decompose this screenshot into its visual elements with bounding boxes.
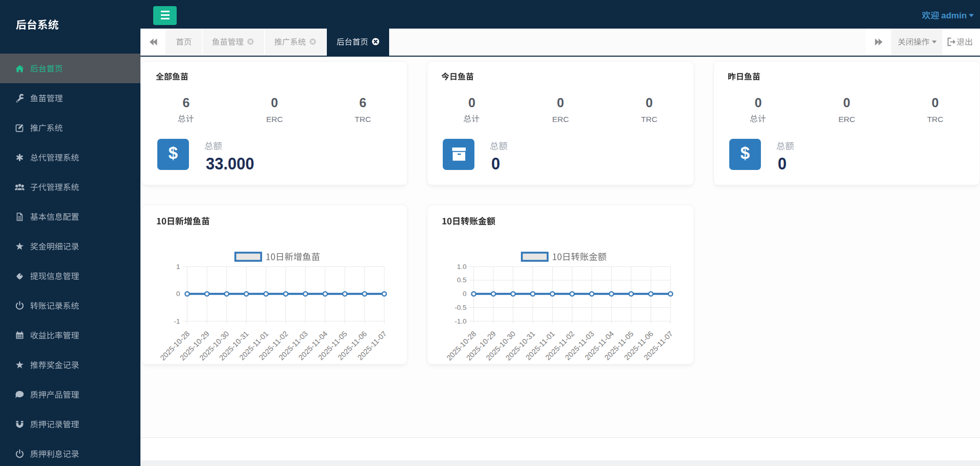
svg-text:0.5: 0.5 [457,276,467,284]
svg-text:1: 1 [176,263,180,271]
svg-text:1.0: 1.0 [457,263,467,271]
svg-text:-1.0: -1.0 [455,317,466,325]
svg-text:0: 0 [176,290,180,298]
svg-text:0: 0 [463,290,467,298]
svg-text:-0.5: -0.5 [455,304,466,311]
svg-text:-1: -1 [174,317,180,325]
